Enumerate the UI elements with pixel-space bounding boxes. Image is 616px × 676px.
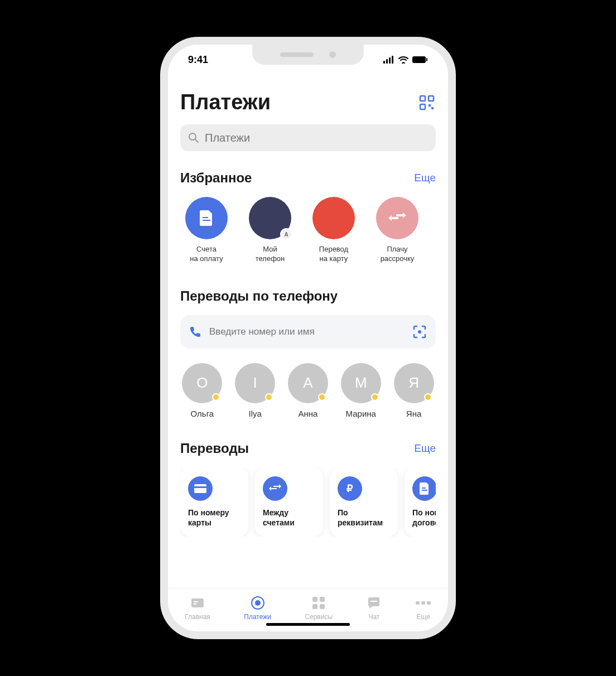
contact-name: Анна [299,409,318,418]
svg-rect-20 [422,490,427,491]
contact-avatar: О [182,363,222,403]
signal-icon [383,56,394,64]
favorite-label: Плачу рассрочку [381,245,415,264]
favorites-title: Избранное [180,170,252,186]
phone-transfers-title: Переводы по телефону [180,288,338,304]
search-bar[interactable] [180,124,436,151]
search-input[interactable] [205,132,428,144]
transfer-card-by-details[interactable]: ₽ По реквизитам [330,467,398,537]
svg-rect-6 [420,96,425,101]
contact-name: Ilya [249,409,262,418]
qr-scan-button[interactable] [418,94,436,112]
svg-rect-21 [191,598,204,607]
favorite-item-bills[interactable]: Счета на оплату [180,197,233,264]
transfer-card-icon-wrap [263,476,287,501]
doc-icon [420,482,430,495]
favorite-label: Счета на оплату [190,245,223,264]
svg-rect-32 [421,601,425,605]
contact-name: Ольга [191,409,214,418]
phone-icon [189,326,201,338]
tab-label: Главная [185,613,210,621]
svg-rect-10 [431,107,434,109]
phone-screen: 9:41 Платежи Избранное Еще Счета на опла… [168,45,448,631]
favorites-row: Счета на оплату А Мой телефон Перевод на… [180,197,436,264]
svg-rect-0 [383,61,385,64]
transfer-card-between-accounts[interactable]: Между счетами [255,467,323,537]
battery-icon [412,56,428,64]
transfer-label: По номеру карты [188,508,240,528]
transfer-card-by-contract[interactable]: По номер договора [405,467,436,537]
favorite-badge: А [280,228,292,240]
contact-avatar: I [235,363,275,403]
svg-rect-33 [427,601,431,605]
svg-rect-13 [203,217,208,218]
svg-point-11 [189,133,196,140]
card-icon [194,484,206,493]
favorite-item-card-transfer[interactable]: Перевод на карту [307,197,360,264]
tab-label: Еще [417,613,430,621]
svg-text:₽: ₽ [346,483,353,494]
phone-input[interactable] [209,326,405,337]
transfers-more-link[interactable]: Еще [414,442,436,455]
tab-chat[interactable]: Чат [366,595,382,621]
more-icon [416,595,431,611]
contact-yana[interactable]: Я Яна [392,363,436,418]
svg-rect-8 [420,104,425,109]
svg-rect-2 [389,57,391,64]
tab-payments[interactable]: Платежи [244,595,271,621]
home-icon [190,595,205,611]
status-time: 9:41 [188,54,208,66]
transfer-icon [387,210,407,226]
favorite-item-installment[interactable]: Плачу рассрочку [371,197,424,264]
phone-transfers-header: Переводы по телефону [180,288,436,304]
tab-label: Платежи [244,613,271,621]
favorite-circle [312,197,355,239]
contact-ilya[interactable]: I Ilya [233,363,277,418]
svg-rect-16 [194,484,206,493]
contacts-row: О Ольга I Ilya А Анна М Марина Я Яна [180,363,436,418]
contact-anna[interactable]: А Анна [286,363,330,418]
transfer-card-by-card-number[interactable]: По номеру карты [180,467,248,537]
contact-olga[interactable]: О Ольга [180,363,224,418]
page-title: Платежи [180,90,271,114]
transfer-label: По номер договора [412,508,436,528]
search-icon [188,132,199,143]
favorite-label: Перевод на карту [319,245,348,264]
transfers-header: Переводы Еще [180,441,436,456]
svg-rect-23 [194,603,196,605]
favorite-circle: А [249,197,291,239]
svg-rect-14 [203,220,210,221]
favorites-more-link[interactable]: Еще [414,172,436,184]
svg-rect-27 [320,597,325,602]
favorite-item-phone[interactable]: А Мой телефон [244,197,296,264]
svg-rect-22 [194,601,198,602]
tab-home[interactable]: Главная [185,595,210,621]
transfer-label: По реквизитам [338,508,390,528]
status-dot-icon [318,393,326,401]
main-content[interactable]: Платежи Избранное Еще Счета на оплату А … [168,75,448,588]
transfers-row: По номеру карты Между счетами ₽ По рекви… [180,467,436,537]
status-dot-icon [371,393,379,401]
phone-input-container[interactable] [180,315,436,349]
contact-avatar: А [288,363,328,403]
scan-contact-icon[interactable] [412,325,427,339]
svg-rect-29 [320,604,325,609]
home-indicator[interactable] [266,623,350,626]
favorite-circle [376,197,418,239]
notch [252,45,364,65]
wifi-icon [398,56,409,64]
chat-icon [366,595,382,611]
tab-more[interactable]: Еще [416,595,431,621]
tab-services[interactable]: Сервисы [305,595,333,621]
transfer-card-icon-wrap [412,476,436,501]
contact-avatar: М [341,363,381,403]
svg-rect-1 [386,59,388,64]
contact-marina[interactable]: М Марина [339,363,383,418]
svg-line-12 [195,139,198,142]
svg-point-25 [255,600,261,606]
favorites-header: Избранное Еще [180,170,436,186]
svg-rect-3 [392,56,393,64]
contact-avatar: Я [394,363,434,403]
svg-rect-4 [412,56,426,63]
svg-rect-9 [429,104,431,107]
